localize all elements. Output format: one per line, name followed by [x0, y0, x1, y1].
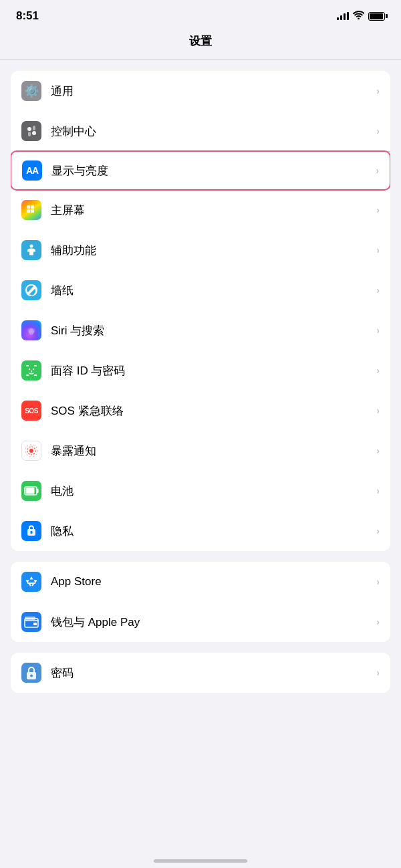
exposure-chevron: ›	[376, 445, 380, 456]
settings-row-exposure[interactable]: 暴露通知 ›	[11, 431, 390, 471]
general-chevron: ›	[376, 86, 380, 96]
settings-row-siri[interactable]: Siri 与搜索 ›	[11, 310, 390, 350]
page-title: 设置	[189, 35, 212, 47]
settings-row-privacy[interactable]: 隐私 ›	[11, 511, 390, 551]
wallet-label: 钱包与 Apple Pay	[51, 615, 376, 630]
password-chevron: ›	[376, 667, 380, 678]
svg-rect-3	[33, 126, 35, 130]
siri-chevron: ›	[376, 325, 380, 336]
password-icon	[21, 663, 41, 683]
privacy-icon	[21, 521, 41, 541]
settings-row-wallpaper[interactable]: 墙纸 ›	[11, 270, 390, 310]
wallpaper-icon	[21, 280, 41, 300]
svg-point-10	[27, 328, 35, 333]
settings-row-appstore[interactable]: App Store ›	[11, 562, 390, 602]
svg-rect-1	[28, 132, 31, 136]
battery-label: 电池	[51, 483, 376, 499]
svg-rect-21	[26, 488, 35, 494]
display-label: 显示与亮度	[51, 163, 376, 179]
svg-rect-24	[31, 531, 33, 534]
status-icons	[337, 11, 385, 21]
settings-row-faceid[interactable]: 面容 ID 与密码 ›	[11, 350, 390, 391]
privacy-chevron: ›	[376, 526, 380, 536]
sos-chevron: ›	[376, 405, 380, 416]
svg-point-2	[32, 131, 36, 135]
battery-icon	[368, 12, 385, 21]
home-screen-chevron: ›	[376, 205, 380, 215]
svg-point-0	[27, 127, 31, 131]
faceid-chevron: ›	[376, 365, 380, 376]
home-screen-icon	[21, 200, 41, 220]
settings-group-3: 密码 ›	[11, 653, 390, 693]
general-icon: ⚙️	[21, 81, 41, 101]
battery-row-icon	[21, 481, 41, 501]
accessibility-label: 辅助功能	[51, 243, 376, 258]
page-title-container: 设置	[0, 28, 401, 60]
settings-row-control-center[interactable]: 控制中心 ›	[11, 111, 390, 151]
settings-row-display[interactable]: AA 显示与亮度 ›	[11, 150, 390, 191]
svg-rect-11	[26, 365, 29, 366]
svg-point-15	[29, 368, 30, 370]
wallpaper-chevron: ›	[376, 285, 380, 296]
svg-rect-26	[25, 617, 35, 620]
display-chevron: ›	[376, 165, 379, 176]
password-label: 密码	[51, 665, 376, 681]
appstore-label: App Store	[51, 575, 376, 588]
svg-rect-22	[37, 489, 39, 493]
svg-rect-6	[27, 209, 30, 213]
svg-rect-5	[31, 205, 34, 209]
siri-label: Siri 与搜索	[51, 323, 376, 338]
settings-row-sos[interactable]: SOS SOS 紧急联络 ›	[11, 391, 390, 431]
settings-group-1: ⚙️ 通用 › 控制中心 › AA 显示与亮度 ›	[11, 71, 390, 551]
privacy-label: 隐私	[51, 524, 376, 539]
siri-icon	[21, 320, 41, 340]
exposure-icon	[21, 441, 41, 461]
settings-group-2: App Store › 钱包与 Apple Pay ›	[11, 562, 390, 642]
settings-row-password[interactable]: 密码 ›	[11, 653, 390, 693]
svg-point-29	[30, 675, 33, 677]
svg-rect-12	[34, 365, 37, 366]
control-center-icon	[21, 121, 41, 141]
sos-label: SOS 紧急联络	[51, 403, 376, 419]
svg-rect-14	[34, 374, 37, 376]
svg-rect-4	[27, 205, 30, 209]
settings-row-home-screen[interactable]: 主屏幕 ›	[11, 190, 390, 230]
svg-rect-27	[33, 623, 37, 625]
faceid-label: 面容 ID 与密码	[51, 363, 376, 378]
settings-row-accessibility[interactable]: 辅助功能 ›	[11, 230, 390, 270]
wallet-chevron: ›	[376, 617, 380, 627]
display-icon: AA	[22, 160, 42, 181]
wallet-icon	[21, 612, 41, 632]
wifi-icon	[353, 11, 364, 21]
settings-row-wallet[interactable]: 钱包与 Apple Pay ›	[11, 602, 390, 642]
top-divider	[0, 60, 401, 60]
status-bar: 8:51	[0, 0, 401, 28]
control-center-chevron: ›	[376, 126, 380, 136]
svg-point-8	[30, 245, 33, 248]
home-indicator	[154, 859, 247, 863]
general-label: 通用	[51, 84, 376, 99]
status-time: 8:51	[16, 9, 39, 23]
accessibility-icon	[21, 240, 41, 260]
appstore-icon	[21, 572, 41, 592]
sos-icon: SOS	[21, 401, 41, 421]
wallpaper-label: 墙纸	[51, 283, 376, 298]
control-center-label: 控制中心	[51, 124, 376, 139]
settings-row-battery[interactable]: 电池 ›	[11, 471, 390, 511]
svg-rect-13	[26, 374, 29, 376]
home-screen-label: 主屏幕	[51, 203, 376, 218]
svg-rect-7	[31, 209, 34, 213]
battery-chevron: ›	[376, 485, 380, 496]
svg-point-17	[29, 449, 33, 453]
exposure-label: 暴露通知	[51, 443, 376, 459]
svg-point-16	[33, 368, 34, 370]
faceid-icon	[21, 360, 41, 381]
signal-icon	[337, 12, 349, 20]
accessibility-chevron: ›	[376, 245, 380, 255]
appstore-chevron: ›	[376, 576, 380, 587]
settings-row-general[interactable]: ⚙️ 通用 ›	[11, 71, 390, 111]
